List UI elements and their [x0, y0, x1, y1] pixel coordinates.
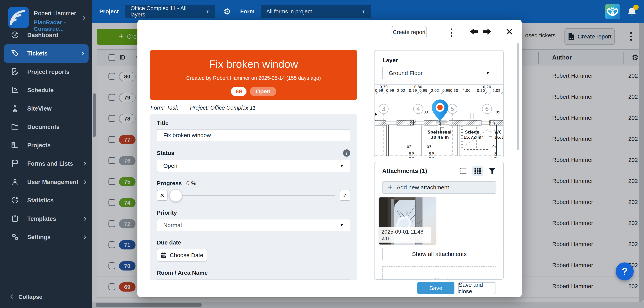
modal-footer: Save Save and close [138, 280, 522, 297]
floor-plan[interactable]: 0,300,300,260,990,992,020,990,992,020,99… [375, 84, 503, 158]
svg-text:Speisesaal: Speisesaal [428, 130, 452, 135]
progress-field-label: Progress [157, 180, 182, 186]
svg-text:30,46 m²: 30,46 m² [431, 135, 450, 140]
grid-view-icon[interactable] [472, 166, 483, 176]
sidebar-item-label: Tickets [27, 50, 80, 57]
caret-down-icon: ▼ [340, 163, 344, 168]
save-and-close-button[interactable]: Save and close [458, 282, 496, 294]
sidebar-item[interactable]: Schedule [0, 81, 92, 100]
attachment-thumbnail[interactable]: 2025-09-01 11:48 am [379, 197, 436, 245]
chevron-right-icon [82, 216, 88, 222]
svg-text:2,02: 2,02 [431, 89, 439, 93]
status-select-value: Open [163, 162, 177, 169]
svg-text:0,30: 0,30 [450, 89, 458, 93]
svg-text:0,99: 0,99 [419, 89, 428, 93]
ticket-created-line: Created by Robert Hammer on 2025-05-14 (… [150, 75, 357, 81]
svg-text:03: 03 [427, 145, 431, 149]
drag-files-dropzone[interactable]: Drag files here [382, 266, 496, 280]
svg-text:5: 5 [450, 106, 454, 112]
previous-ticket-arrow-icon[interactable] [470, 28, 479, 35]
progress-confirm-button[interactable]: ✓ [340, 190, 350, 201]
progress-slider-knob[interactable] [170, 189, 182, 202]
sidebar-item[interactable]: Templates [0, 210, 92, 228]
layer-label: Layer [382, 57, 398, 63]
svg-text:0,30: 0,30 [414, 85, 422, 89]
sidebar-item[interactable]: Dashboard [0, 26, 92, 44]
svg-text:WC: WC [494, 130, 502, 135]
sidebar-item-label: User Management [27, 179, 82, 185]
svg-text:2,00: 2,00 [410, 119, 413, 126]
sidebar-item-label: Projects [27, 142, 82, 149]
svg-text:04: 04 [492, 145, 497, 149]
show-all-attachments-button[interactable]: Show all attachments [382, 248, 496, 260]
project-settings-gear-icon[interactable]: ⚙ [224, 7, 231, 16]
progress-slider-track[interactable] [173, 195, 335, 196]
project-label: Project [99, 8, 119, 15]
project-meta: Project: Office Complex 11 [190, 105, 256, 111]
title-input[interactable]: Fix broken window [157, 129, 350, 141]
save-button[interactable]: Save [417, 282, 454, 294]
sidebar-item-icon [11, 86, 19, 95]
notifications-bell-icon[interactable] [627, 6, 638, 18]
sidebar-item[interactable]: Tickets [4, 44, 88, 63]
modal-kebab-icon[interactable] [448, 27, 455, 39]
sidebar-item[interactable]: Forms and Lists [0, 154, 92, 173]
divider [184, 104, 184, 112]
sidebar-item-label: Schedule [27, 87, 82, 94]
sidebar-item-icon [11, 49, 19, 58]
sidebar-item-icon [11, 159, 19, 168]
divider [463, 24, 463, 40]
sidebar-item-label: Settings [27, 234, 82, 241]
sidebar-item-icon [11, 233, 19, 242]
svg-text:03: 03 [424, 110, 428, 114]
layer-select[interactable]: Ground Floor ▼ [382, 67, 496, 79]
sidebar-collapse-button[interactable]: Collapse [0, 291, 92, 303]
layer-card: Layer Ground Floor ▼ [374, 50, 504, 158]
sidebar-item-icon [11, 67, 19, 77]
form-meta: Form: Task [150, 105, 178, 111]
svg-text:02: 02 [407, 145, 411, 149]
caret-down-icon: ▼ [356, 9, 365, 14]
progress-slider: ✕ ✓ [157, 189, 350, 203]
filter-funnel-icon[interactable] [487, 166, 498, 176]
sidebar-item[interactable]: Documents [0, 118, 92, 136]
ticket-header-card: Fix broken window Created by Robert Hamm… [150, 50, 357, 100]
connect-app-icon[interactable] [605, 4, 620, 19]
info-icon[interactable]: i [343, 150, 350, 157]
choose-date-button[interactable]: Choose Date [157, 249, 207, 262]
modal-create-report-button[interactable]: Create report [392, 26, 427, 38]
chevron-right-icon [82, 179, 88, 185]
form-select-value: All forms in project [266, 8, 312, 15]
svg-text:0,99: 0,99 [386, 89, 394, 93]
sidebar-item[interactable]: Statistics [0, 191, 92, 210]
ticket-status-pill: Open [250, 87, 276, 96]
add-attachment-button[interactable]: + Add new attachment [382, 181, 496, 194]
form-select[interactable]: All forms in project ▼ [261, 4, 371, 18]
layer-select-value: Ground Floor [389, 70, 423, 76]
svg-text:15,72 m²: 15,72 m² [463, 135, 483, 140]
help-button[interactable]: ? [616, 263, 634, 281]
sidebar-item[interactable]: Project reports [0, 63, 92, 81]
next-ticket-arrow-icon[interactable] [482, 28, 492, 35]
ticket-title: Fix broken window [150, 50, 357, 70]
sidebar-item[interactable]: Settings [0, 228, 92, 246]
svg-text:0,30: 0,30 [380, 85, 388, 89]
project-select[interactable]: Office Complex 11 - All layers ▼ [125, 4, 215, 18]
list-view-icon[interactable] [458, 166, 468, 176]
status-select[interactable]: Open ▼ [157, 160, 350, 172]
svg-text:16,1: 16,1 [494, 135, 503, 140]
sidebar-item-label: Project reports [27, 68, 82, 75]
progress-cancel-button[interactable]: ✕ [157, 190, 168, 201]
close-icon[interactable] [505, 27, 514, 36]
sidebar-item[interactable]: Projects [0, 136, 92, 154]
sidebar-item-label: SiteView [27, 105, 82, 112]
sidebar-item[interactable]: User Management [0, 173, 92, 191]
svg-text:0,99: 0,99 [375, 89, 383, 93]
ticket-meta: Form: Task Project: Office Complex 11 [150, 104, 256, 112]
svg-text:05: 05 [496, 110, 500, 114]
choose-date-label: Choose Date [170, 252, 203, 258]
priority-select[interactable]: Normal ▼ [157, 219, 350, 231]
sidebar: Robert Hammer PlanRadar - Construc... Da… [0, 0, 92, 308]
modal-scrollbar-thumb[interactable] [517, 43, 520, 150]
sidebar-item[interactable]: SiteView [0, 100, 92, 118]
